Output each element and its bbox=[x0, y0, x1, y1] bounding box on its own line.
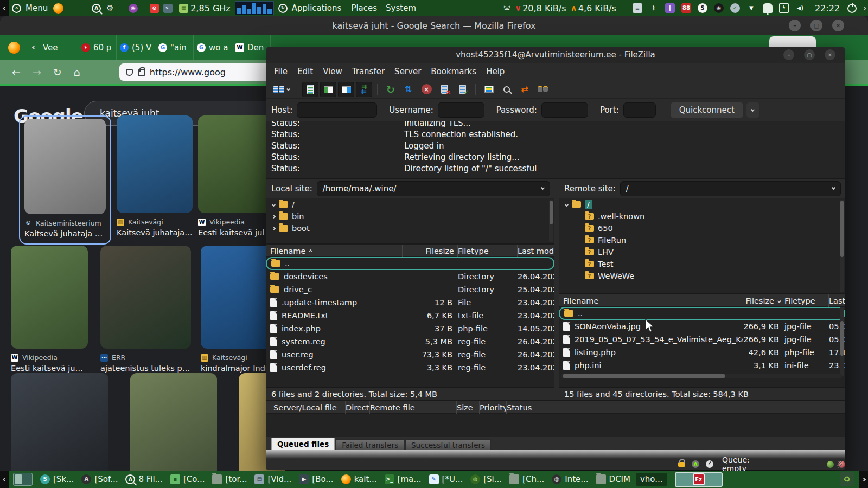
disconnect-button[interactable]: × bbox=[436, 82, 452, 97]
column-header-filetype[interactable]: Filetype bbox=[784, 294, 829, 307]
process-queue-button[interactable]: ⇅ bbox=[400, 82, 417, 97]
minimize-icon[interactable]: – bbox=[789, 20, 801, 31]
power-icon[interactable] bbox=[847, 4, 857, 13]
red-app-icon[interactable]: ⊘ bbox=[150, 4, 159, 13]
firefox-tab[interactable]: f(5) V bbox=[117, 35, 155, 60]
taskbar-item[interactable]: ▶[Bo... bbox=[299, 474, 333, 484]
gears-icon[interactable]: ⚙ bbox=[105, 4, 114, 13]
quickconnect-dropdown[interactable] bbox=[746, 102, 760, 118]
tree-item[interactable]: boot bbox=[266, 222, 554, 234]
tree-item[interactable]: FileRun bbox=[559, 234, 845, 246]
menu-item-help[interactable]: Help bbox=[481, 67, 509, 76]
table-row[interactable]: index.php37 Bphp-file14.05.2023 18:... bbox=[266, 322, 554, 335]
tree-item[interactable]: LHV bbox=[559, 246, 845, 258]
panel-collapse-left-icon[interactable] bbox=[0, 0, 9, 16]
firefox-tab[interactable]: Vee bbox=[40, 35, 78, 60]
menu-item-view[interactable]: View bbox=[318, 67, 347, 76]
restore-icon[interactable]: ▢ bbox=[810, 20, 822, 31]
column-header-filename[interactable]: Filename bbox=[563, 294, 743, 307]
reload-icon[interactable]: ↻ bbox=[53, 66, 62, 78]
taskbar-item[interactable]: DCIM bbox=[596, 474, 630, 484]
scrollbar-thumb[interactable] bbox=[563, 374, 725, 378]
battery-icon[interactable]: ϟ bbox=[779, 3, 789, 13]
menu-item-file[interactable]: File bbox=[269, 67, 292, 76]
taskbar-collapse-left-icon[interactable] bbox=[0, 471, 9, 488]
queue-tab-successful-transfers[interactable]: Successful transfers bbox=[405, 439, 491, 450]
cpu-frequency[interactable]: 2,85 GHz bbox=[190, 3, 231, 14]
column-header-remote-file[interactable]: Remote file bbox=[370, 401, 457, 414]
column-header-filename[interactable]: Filename bbox=[270, 245, 403, 258]
column-header-last-modified[interactable]: Last modified bbox=[518, 245, 554, 258]
menu-item-transfer[interactable]: Transfer bbox=[347, 67, 390, 76]
tree-item[interactable]: bin bbox=[266, 210, 554, 222]
cancel-button[interactable]: × bbox=[418, 82, 435, 97]
table-row[interactable]: README.txt6,7 KBtxt-file23.04.2023 22:..… bbox=[266, 309, 554, 322]
toggle-remote-tree-button[interactable] bbox=[338, 82, 354, 97]
firefox-tab[interactable]: ✶60 p bbox=[78, 35, 117, 60]
places-menu[interactable]: Places bbox=[351, 3, 377, 13]
column-header-filesize[interactable]: Filesize bbox=[743, 294, 784, 307]
host-input[interactable] bbox=[297, 102, 377, 118]
column-header-last[interactable]: Last bbox=[829, 294, 845, 307]
scrollbar[interactable] bbox=[549, 200, 553, 242]
close-icon[interactable]: ✕ bbox=[825, 49, 835, 60]
column-header-size[interactable]: Size bbox=[457, 401, 480, 414]
firefox-logo-icon[interactable] bbox=[8, 42, 20, 54]
taskbar-item[interactable]: S[Sk... bbox=[40, 474, 74, 484]
pane-divider[interactable] bbox=[554, 179, 559, 400]
column-header-filesize[interactable]: Filesize bbox=[403, 245, 458, 258]
filezilla-titlebar[interactable]: vhost45235f14@Arvutiministeerium.ee - Fi… bbox=[266, 47, 845, 63]
taskbar-item[interactable]: ◍[Si... bbox=[470, 474, 502, 484]
table-row[interactable]: userdef.reg3,3 KBreg-file23.04.2023 06:.… bbox=[266, 361, 554, 374]
home-icon[interactable]: ⌂ bbox=[74, 66, 80, 78]
minimize-icon[interactable]: – bbox=[783, 49, 794, 60]
temperature-applet-icon[interactable]: 88 bbox=[681, 3, 691, 13]
image-result-card[interactable]: ⋯ERRajateenistus tuleks pike… bbox=[100, 246, 191, 373]
find-files-button[interactable] bbox=[499, 82, 515, 97]
table-row[interactable]: .. bbox=[266, 257, 554, 270]
menu-button[interactable]: Menu bbox=[25, 3, 48, 13]
tracking-shield-icon[interactable] bbox=[126, 69, 133, 76]
chevron-right-icon[interactable] bbox=[272, 226, 276, 230]
table-row[interactable]: 2019_05_05_07_53_54_e_Valimiste_Aeg_Ka..… bbox=[559, 333, 845, 346]
system-menu[interactable]: System bbox=[386, 3, 416, 13]
table-row[interactable]: .update-timestamp12 BFile23.04.2023 06:.… bbox=[266, 296, 554, 309]
taskbar-item[interactable]: ✎[*U... bbox=[429, 474, 463, 484]
back-icon[interactable]: ← bbox=[12, 66, 21, 78]
taskbar-item[interactable]: Fzvho... bbox=[636, 473, 667, 486]
taskbar-item[interactable]: ▤[Vid... bbox=[254, 474, 291, 484]
recycle-bin-icon[interactable]: ♻ bbox=[840, 472, 854, 486]
firefox-tab[interactable]: WDen bbox=[232, 35, 271, 60]
notifications-bell-icon[interactable] bbox=[763, 3, 773, 13]
tree-item[interactable]: / bbox=[266, 198, 554, 210]
image-result-card[interactable]: ©KaitseministeeriumKaitsevä juhataja ame… bbox=[19, 115, 111, 245]
chevron-down-icon[interactable] bbox=[541, 186, 545, 190]
taskbar-item[interactable]: ▪[Co... bbox=[170, 474, 205, 484]
queue-tab-queued-files[interactable]: Queued files bbox=[271, 438, 335, 450]
port-input[interactable] bbox=[623, 102, 656, 118]
table-row[interactable]: user.reg73,3 KBreg-file26.04.2023 19:... bbox=[266, 348, 554, 361]
site-manager-button[interactable] bbox=[270, 82, 292, 97]
column-header-directio[interactable]: Directio bbox=[346, 401, 370, 414]
tree-item[interactable]: / bbox=[559, 198, 845, 210]
table-row[interactable]: listing.php42,6 KBphp-file17.10 bbox=[559, 346, 845, 359]
toggle-log-button[interactable] bbox=[302, 82, 318, 97]
wifi-icon[interactable]: ((( bbox=[502, 4, 512, 13]
taskbar-item[interactable]: [tor... bbox=[212, 474, 247, 484]
security-shield-icon[interactable]: ✓ bbox=[730, 3, 740, 13]
panel-collapse-right-icon[interactable] bbox=[863, 6, 866, 10]
image-result-card[interactable] bbox=[11, 373, 108, 471]
result-image[interactable] bbox=[117, 115, 193, 213]
terminal-icon[interactable]: >_ bbox=[163, 4, 173, 13]
skype-icon[interactable]: S bbox=[698, 3, 707, 13]
table-row[interactable]: SONAonVaba.jpg266,9 KBjpg-file05.05 bbox=[559, 320, 845, 333]
workspace-pager[interactable] bbox=[13, 473, 33, 486]
forward-icon[interactable]: → bbox=[33, 66, 41, 78]
binoculars-icon[interactable] bbox=[534, 82, 551, 97]
directory-comparison-button[interactable] bbox=[481, 82, 497, 97]
taskbar-collapse-right-icon[interactable] bbox=[859, 471, 868, 488]
maximize-icon[interactable]: ▢ bbox=[804, 49, 815, 60]
tor-icon[interactable]: ◉ bbox=[129, 4, 138, 13]
whisker-menu-icon[interactable]: ↻ bbox=[278, 4, 288, 13]
tree-item[interactable]: Test bbox=[559, 258, 845, 270]
